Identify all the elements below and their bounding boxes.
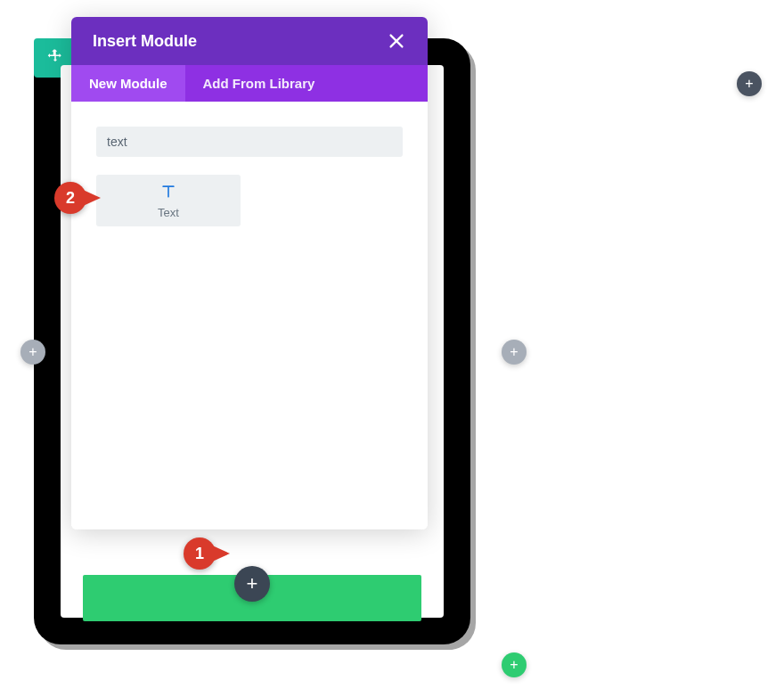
plus-icon: + (510, 657, 518, 672)
text-icon (159, 183, 177, 204)
modal-header: Insert Module (71, 17, 428, 65)
plus-icon: + (745, 76, 753, 91)
tab-new-module[interactable]: New Module (71, 65, 185, 102)
module-search-input[interactable] (96, 127, 403, 157)
modal-body: Text (71, 102, 428, 529)
insert-module-modal: Insert Module New Module Add From Librar… (71, 17, 428, 529)
add-section-top-button[interactable]: + (737, 71, 762, 96)
modal-close-button[interactable] (387, 31, 406, 51)
module-item-text[interactable]: Text (96, 175, 241, 226)
tab-add-from-library[interactable]: Add From Library (185, 65, 333, 102)
plus-icon: + (510, 344, 518, 359)
module-grid: Text (96, 175, 403, 226)
modal-title: Insert Module (93, 32, 197, 51)
add-module-button[interactable]: + (234, 566, 270, 602)
plus-icon: + (29, 344, 37, 359)
add-column-left-button[interactable]: + (20, 340, 45, 365)
add-section-bottom-button[interactable]: + (502, 652, 527, 677)
module-item-label: Text (158, 206, 179, 219)
plus-icon: + (247, 572, 258, 595)
move-icon (47, 48, 63, 68)
close-icon (387, 37, 406, 54)
section-placeholder[interactable]: + (83, 575, 421, 621)
modal-tabs: New Module Add From Library (71, 65, 428, 102)
add-column-right-button[interactable]: + (502, 340, 527, 365)
